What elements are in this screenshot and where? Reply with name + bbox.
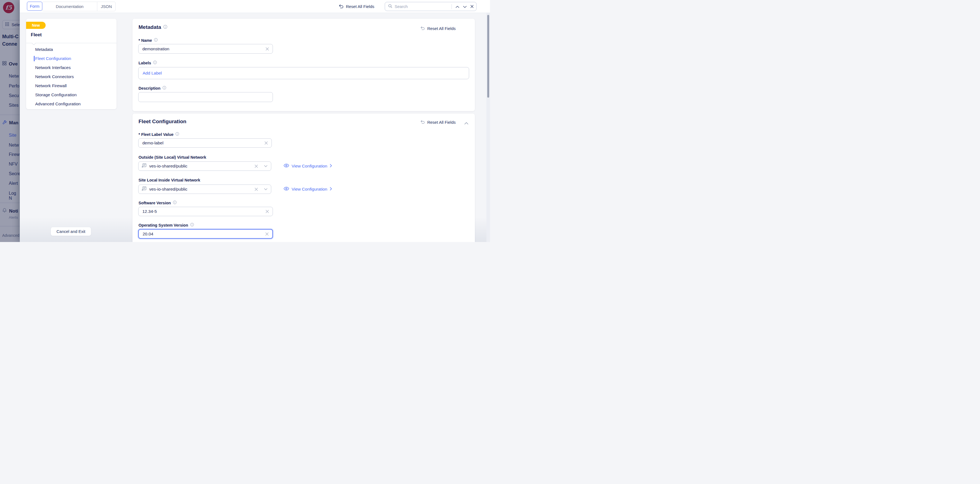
form-nav-item-network-firewall[interactable]: Network Firewall [35, 83, 67, 89]
inside-virtual-network-select[interactable]: ves-io-shared/public [138, 185, 271, 194]
active-item-bar [34, 56, 35, 61]
info-icon[interactable] [154, 38, 158, 43]
metadata-section-title: Metadata [138, 24, 161, 30]
label-reference-icon [142, 186, 146, 192]
info-icon[interactable] [173, 200, 177, 205]
info-icon[interactable] [162, 86, 166, 91]
search-box [385, 2, 477, 11]
labels-field[interactable]: Add Label [138, 67, 469, 79]
clear-icon[interactable] [266, 210, 269, 213]
eye-icon [283, 187, 289, 192]
clear-icon[interactable] [255, 188, 258, 191]
search-input[interactable] [395, 4, 449, 9]
label-reference-icon [142, 163, 146, 169]
description-field[interactable] [138, 93, 273, 102]
collapse-section-chevron-up-icon[interactable] [465, 121, 468, 126]
metadata-section-card: Metadata Reset All Fields [132, 19, 475, 111]
outside-virtual-network-value: ves-io-shared/public [149, 164, 252, 169]
fleet-reset-all-fields[interactable]: Reset All Fields [420, 120, 456, 125]
form-nav-item-metadata[interactable]: Metadata [35, 46, 53, 53]
new-badge: New [26, 22, 46, 29]
reset-all-fields-button[interactable]: Reset All Fields [338, 4, 374, 10]
outside-virtual-network-select[interactable]: ves-io-shared/public [138, 161, 271, 171]
tab-form[interactable]: Form [27, 2, 42, 11]
inside-virtual-network-label: Site Local Inside Virtual Network [138, 178, 200, 182]
scrollbar-thumb[interactable] [487, 15, 489, 97]
eye-icon [283, 164, 289, 169]
undo-icon [420, 120, 425, 125]
chevron-down-icon[interactable] [264, 188, 267, 190]
chevron-right-icon [330, 164, 332, 169]
clear-icon[interactable] [266, 47, 269, 51]
undo-icon [420, 26, 425, 31]
form-nav-panel: New Fleet Metadata Fleet Configuration N… [26, 19, 116, 109]
tab-documentation[interactable]: Documentation [42, 2, 97, 11]
os-version-label: Operating System Version [138, 223, 194, 227]
chevron-up-icon[interactable] [456, 4, 459, 9]
clear-icon[interactable] [265, 232, 269, 236]
search-divider [452, 4, 452, 9]
close-icon[interactable] [471, 4, 474, 9]
outside-virtual-network-label: Outside (Site Local) Virtual Network [138, 155, 206, 160]
chevron-right-icon [330, 187, 332, 192]
inside-virtual-network-value: ves-io-shared/public [149, 187, 252, 192]
info-icon[interactable] [190, 223, 194, 227]
form-nav-item-network-connectors[interactable]: Network Connectors [35, 74, 74, 80]
clear-icon[interactable] [255, 165, 258, 168]
metadata-reset-all-fields[interactable]: Reset All Fields [420, 26, 456, 31]
app-sidebar: f5 Sele Multi-C Conne [0, 0, 20, 242]
chevron-down-icon[interactable] [463, 4, 467, 9]
modal-body: New Fleet Metadata Fleet Configuration N… [20, 13, 490, 242]
cancel-and-exit-button[interactable]: Cancel and Exit [51, 227, 91, 236]
info-icon[interactable] [153, 61, 157, 65]
fleet-label-value-field[interactable] [138, 139, 272, 147]
form-nav-item-storage-configuration[interactable]: Storage Configuration [35, 92, 77, 98]
fleet-configuration-section-title: Fleet Configuration [138, 118, 186, 125]
software-version-field[interactable] [138, 207, 273, 216]
form-nav-item-advanced-configuration[interactable]: Advanced Configuration [35, 101, 81, 107]
outside-view-configuration-link[interactable]: View Configuration [283, 161, 332, 171]
collapse-notch [32, 43, 36, 45]
fleet-form-modal: Form Documentation JSON Reset All Fields [20, 0, 490, 242]
screen: f5 Sele Multi-C Conne [0, 0, 490, 242]
add-label-placeholder[interactable]: Add Label [143, 71, 162, 76]
undo-icon [338, 4, 344, 10]
chevron-down-icon[interactable] [264, 165, 267, 167]
clear-icon[interactable] [264, 141, 268, 145]
os-version-field[interactable] [139, 230, 272, 238]
labels-field-label: Labels [138, 61, 157, 65]
fleet-configuration-section-card: Fleet Configuration Reset All Fields * F… [132, 113, 475, 242]
name-field[interactable] [138, 44, 273, 53]
inside-view-configuration-link[interactable]: View Configuration [283, 185, 332, 194]
tab-json[interactable]: JSON [97, 2, 115, 11]
modal-dim-overlay [0, 0, 20, 242]
software-version-label: Software Version [138, 200, 177, 205]
info-icon[interactable] [163, 25, 167, 30]
fleet-label-value-label: * Fleet Label Value [138, 132, 179, 137]
info-icon[interactable] [175, 132, 179, 137]
view-tabs: Form Documentation JSON [27, 2, 116, 11]
form-title: Fleet [31, 32, 42, 38]
scrollbar-track[interactable] [487, 13, 490, 242]
modal-topbar: Form Documentation JSON Reset All Fields [20, 0, 490, 13]
search-icon [388, 4, 393, 10]
name-field-label: * Name [138, 38, 158, 43]
form-nav-item-fleet-configuration[interactable]: Fleet Configuration [35, 56, 71, 62]
form-nav-item-network-interfaces[interactable]: Network Interfaces [35, 65, 71, 71]
description-field-label: Description [138, 86, 166, 91]
